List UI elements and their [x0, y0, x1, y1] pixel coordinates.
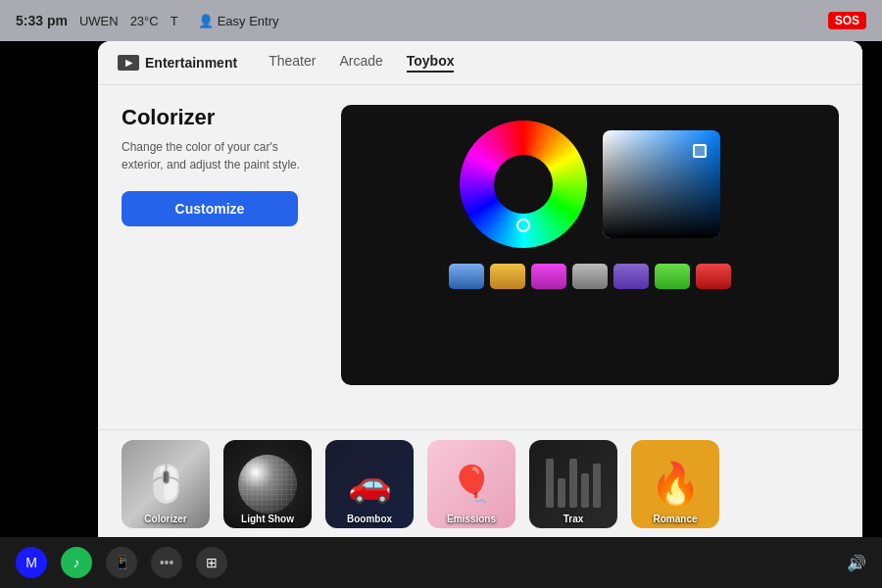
color-wheel-inner — [494, 155, 553, 214]
app-tile-colorizer[interactable]: 🖱️ Colorizer — [122, 440, 210, 528]
customize-button[interactable]: Customize — [122, 191, 298, 226]
romance-label: Romance — [631, 514, 719, 524]
app-tile-trax[interactable]: Trax — [529, 440, 617, 528]
app-tile-emissions[interactable]: 🎈 Emissions — [427, 440, 515, 528]
sos-button[interactable]: SOS — [828, 12, 866, 29]
content-area: Colorizer Change the color of your car's… — [98, 85, 862, 405]
swatch-purple[interactable] — [613, 264, 649, 289]
swatch-gold[interactable] — [490, 264, 525, 289]
apps-icon[interactable]: ⊞ — [196, 547, 227, 578]
trax-label: Trax — [529, 514, 617, 524]
taskbar: M ♪ 📱 ••• ⊞ 🔊 — [0, 537, 882, 588]
volume-icon[interactable]: 🔊 — [847, 554, 866, 572]
left-panel: Colorizer Change the color of your car's… — [122, 105, 318, 385]
app-description: Change the color of your car's exterior,… — [122, 138, 318, 173]
color-wheel-cursor — [516, 219, 530, 232]
entertainment-icon: ▶ — [118, 55, 139, 71]
swatch-blue[interactable] — [449, 264, 484, 289]
phone-icon[interactable]: 📱 — [106, 547, 137, 578]
nav-tabs: Theater Arcade Toybox — [269, 53, 454, 73]
status-bar: 5:33 pm UWEN 23°C T 👤 Easy Entry SOS — [0, 0, 882, 41]
picker-top — [460, 121, 720, 248]
nav-bar: ▶ Entertainment Theater Arcade Toybox — [98, 41, 862, 85]
swatch-magenta[interactable] — [531, 264, 566, 289]
color-swatches — [449, 264, 731, 289]
swatch-green[interactable] — [655, 264, 690, 289]
app-tile-romance[interactable]: 🔥 Romance — [631, 440, 719, 528]
tab-theater[interactable]: Theater — [269, 53, 316, 73]
nav-logo: ▶ Entertainment — [118, 55, 237, 71]
colorizer-label: Colorizer — [122, 514, 210, 524]
app-title: Colorizer — [122, 105, 318, 130]
spotify-icon[interactable]: ♪ — [61, 547, 92, 578]
more-icon[interactable]: ••• — [151, 547, 182, 578]
boombox-label: Boombox — [325, 514, 414, 524]
status-user: UWEN — [79, 14, 119, 28]
mobilox-icon[interactable]: M — [16, 547, 47, 578]
app-grid: 🖱️ Colorizer Light Show 🚗 Boombox 🎈 Emis… — [98, 429, 862, 537]
status-entry: 👤 Easy Entry — [198, 14, 279, 28]
disco-ball-icon — [238, 455, 297, 514]
saturation-box[interactable] — [603, 130, 720, 238]
tab-arcade[interactable]: Arcade — [339, 53, 382, 73]
nav-title: Entertainment — [145, 55, 237, 71]
color-picker-panel — [341, 105, 839, 385]
emissions-label: Emissions — [427, 514, 515, 524]
tab-toybox[interactable]: Toybox — [407, 53, 455, 73]
color-wheel-container[interactable] — [460, 121, 587, 248]
app-tile-boombox[interactable]: 🚗 Boombox — [325, 440, 414, 528]
status-time: 5:33 pm — [16, 13, 68, 28]
saturation-cursor — [693, 144, 707, 158]
swatch-red[interactable] — [696, 264, 731, 289]
lightshow-label: Light Show — [223, 514, 312, 524]
swatch-silver[interactable] — [572, 264, 608, 289]
color-wheel[interactable] — [460, 121, 587, 248]
app-tile-lightshow[interactable]: Light Show — [223, 440, 312, 528]
status-temp: 23°C — [130, 14, 159, 28]
